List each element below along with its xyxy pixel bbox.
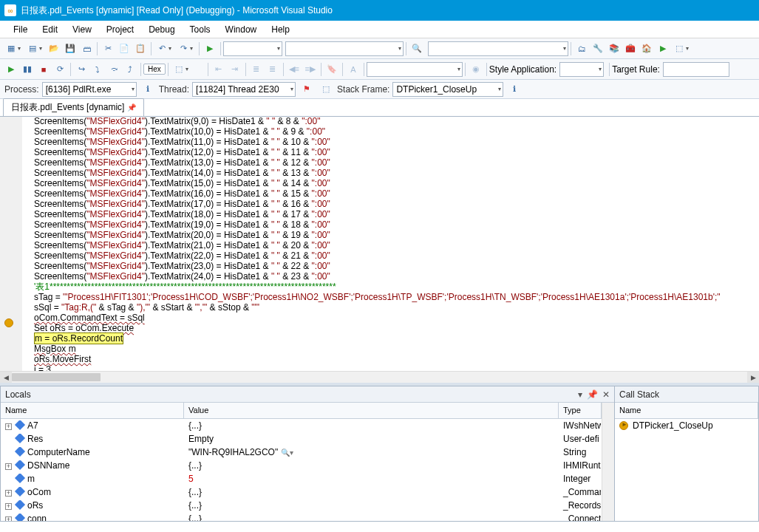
flag-icon[interactable]: ⚑ bbox=[299, 82, 314, 97]
undo-icon[interactable]: ↶ bbox=[154, 41, 169, 56]
process-combo[interactable]: [6136] PdlRt.exe▾ bbox=[42, 82, 137, 97]
col-type[interactable]: Type bbox=[559, 403, 602, 418]
properties-icon[interactable]: 🔧 bbox=[590, 41, 605, 56]
variable-icon bbox=[15, 434, 25, 443]
close-icon[interactable]: ✕ bbox=[602, 389, 610, 400]
cs-col-name[interactable]: Name bbox=[615, 403, 758, 418]
stop-icon[interactable]: ■ bbox=[36, 62, 51, 77]
window-title: 日报表.pdl_Events [dynamic] [Read Only] (De… bbox=[21, 4, 333, 17]
solution-explorer-icon[interactable]: 🗂 bbox=[574, 41, 589, 56]
autohide-icon[interactable]: 📌 bbox=[587, 389, 598, 400]
expand-icon[interactable]: + bbox=[5, 516, 12, 521]
col-value[interactable]: Value bbox=[184, 403, 559, 418]
frame-info-icon[interactable]: ℹ bbox=[507, 82, 522, 97]
outdent-icon: ◀≡ bbox=[287, 62, 302, 77]
run-icon[interactable]: ▶ bbox=[656, 41, 670, 56]
locals-row[interactable]: ResEmptyUser-defi bbox=[1, 432, 602, 446]
locals-row[interactable]: +conn{...}_Connect bbox=[1, 512, 602, 521]
var-value: {...} bbox=[188, 500, 202, 511]
dropdown-icon[interactable]: ▾ bbox=[169, 41, 174, 56]
menu-debug[interactable]: Debug bbox=[141, 22, 182, 37]
locals-row[interactable]: +A7{...}IWshNetw bbox=[1, 419, 602, 432]
new-project-icon[interactable]: ▦ bbox=[4, 41, 18, 56]
continue-icon[interactable]: ▶ bbox=[4, 62, 18, 77]
copy-icon[interactable]: 📄 bbox=[117, 41, 132, 56]
step-out-icon[interactable]: ⤴ bbox=[123, 62, 137, 77]
var-type: User-defi bbox=[563, 434, 599, 444]
menu-help[interactable]: Help bbox=[264, 22, 297, 37]
target-combo[interactable] bbox=[663, 62, 729, 77]
paste-icon[interactable]: 📋 bbox=[133, 41, 148, 56]
code-editor[interactable]: ScreenItems("MSFlexGrid4").TextMatrix(9,… bbox=[0, 117, 759, 383]
stackframe-combo[interactable]: DTPicker1_CloseUp▾ bbox=[392, 82, 503, 97]
add-item-icon[interactable]: ▤ bbox=[25, 41, 40, 56]
dropdown-icon[interactable]: ▾ bbox=[190, 41, 196, 56]
extensions-icon[interactable]: ⬚ bbox=[672, 41, 687, 56]
expand-icon[interactable]: + bbox=[5, 490, 12, 497]
vertical-scrollbar[interactable] bbox=[602, 403, 614, 521]
expand-icon[interactable]: + bbox=[5, 503, 12, 510]
style-application-label: Style Application: bbox=[489, 64, 557, 75]
dropdown-icon[interactable]: ▾ bbox=[686, 41, 692, 56]
breakpoints-icon[interactable]: ⬚ bbox=[171, 62, 186, 77]
find-combo[interactable]: ▾ bbox=[428, 41, 568, 56]
menu-edit[interactable]: Edit bbox=[35, 22, 65, 37]
toolbox-icon[interactable]: 🧰 bbox=[623, 41, 638, 56]
show-next-icon[interactable]: ↪ bbox=[74, 62, 89, 77]
find-in-files-icon[interactable]: 🔍 bbox=[409, 41, 424, 56]
locals-row[interactable]: +oRs{...}_Records bbox=[1, 499, 602, 512]
horizontal-scrollbar[interactable]: ◀ ▶ bbox=[0, 371, 759, 383]
menu-file[interactable]: File bbox=[6, 22, 35, 37]
window-position-icon[interactable]: ▾ bbox=[578, 389, 582, 400]
platform-combo[interactable]: ▾ bbox=[285, 41, 404, 56]
callstack-title-bar[interactable]: Call Stack bbox=[615, 386, 758, 403]
config-combo[interactable]: ▾ bbox=[223, 41, 282, 56]
locals-title-bar[interactable]: Locals ▾ 📌 ✕ bbox=[1, 386, 614, 403]
expand-icon[interactable]: + bbox=[5, 423, 12, 430]
callstack-row[interactable]: DTPicker1_CloseUp bbox=[615, 419, 758, 432]
style-combo[interactable]: ▾ bbox=[559, 62, 604, 77]
step-into-icon[interactable]: ⤵ bbox=[90, 62, 105, 77]
menu-project[interactable]: Project bbox=[99, 22, 141, 37]
threads-icon[interactable]: ⬚ bbox=[319, 82, 333, 97]
locals-window: Locals ▾ 📌 ✕ Name Value Type +A7{...}IWs… bbox=[0, 386, 615, 522]
callstack-grid[interactable]: DTPicker1_CloseUp bbox=[615, 419, 758, 521]
step-over-icon[interactable]: ⤼ bbox=[106, 62, 121, 77]
scope-combo[interactable]: ▾ bbox=[367, 62, 463, 77]
tab-document[interactable]: 日报表.pdl_Events [dynamic] 📌 bbox=[3, 98, 144, 116]
locals-row[interactable]: +oCom{...}_Comman bbox=[1, 485, 602, 499]
dropdown-icon[interactable]: ▾ bbox=[18, 41, 24, 56]
locals-header: Name Value Type bbox=[1, 403, 602, 419]
dropdown-icon[interactable]: ▾ bbox=[186, 62, 191, 77]
vs-icon: ∞ bbox=[4, 4, 16, 16]
scroll-left-icon[interactable]: ◀ bbox=[0, 372, 12, 383]
col-name[interactable]: Name bbox=[1, 403, 184, 418]
menu-view[interactable]: View bbox=[65, 22, 99, 37]
process-info-icon[interactable]: ℹ bbox=[140, 82, 155, 97]
locals-row[interactable]: m5Integer bbox=[1, 472, 602, 485]
magnifier-icon[interactable]: 🔍▾ bbox=[281, 449, 293, 457]
expand-icon[interactable]: + bbox=[5, 463, 12, 470]
dropdown-icon[interactable]: ▾ bbox=[39, 41, 45, 56]
pin-icon[interactable]: 📌 bbox=[127, 103, 136, 112]
scroll-right-icon[interactable]: ▶ bbox=[747, 372, 759, 383]
menu-tools[interactable]: Tools bbox=[183, 22, 218, 37]
locals-grid[interactable]: +A7{...}IWshNetwResEmptyUser-defiCompute… bbox=[1, 419, 602, 521]
menu-window[interactable]: Window bbox=[218, 22, 265, 37]
save-icon[interactable]: 💾 bbox=[63, 41, 78, 56]
code-text[interactable]: ScreenItems("MSFlexGrid4").TextMatrix(9,… bbox=[34, 117, 721, 371]
redo-icon[interactable]: ↷ bbox=[176, 41, 191, 56]
cut-icon[interactable]: ✂ bbox=[101, 41, 115, 56]
scroll-thumb[interactable] bbox=[12, 373, 101, 381]
restart-icon[interactable]: ⟳ bbox=[52, 62, 67, 77]
locals-row[interactable]: +DSNName{...}IHMIRunt bbox=[1, 459, 602, 472]
pause-icon[interactable]: ▮▮ bbox=[20, 62, 35, 77]
hex-toggle[interactable]: Hex bbox=[143, 64, 166, 75]
start-page-icon[interactable]: 🏠 bbox=[639, 41, 654, 56]
object-browser-icon[interactable]: 📚 bbox=[607, 41, 622, 56]
locals-row[interactable]: ComputerName"WIN-RQ9IHAL2GCO"🔍▾String bbox=[1, 446, 602, 459]
open-file-icon[interactable]: 📂 bbox=[47, 41, 61, 56]
save-all-icon[interactable]: 🗃 bbox=[79, 41, 94, 56]
thread-combo[interactable]: [11824] Thread 2E30▾ bbox=[192, 82, 296, 97]
start-debug-icon[interactable]: ▶ bbox=[202, 41, 217, 56]
